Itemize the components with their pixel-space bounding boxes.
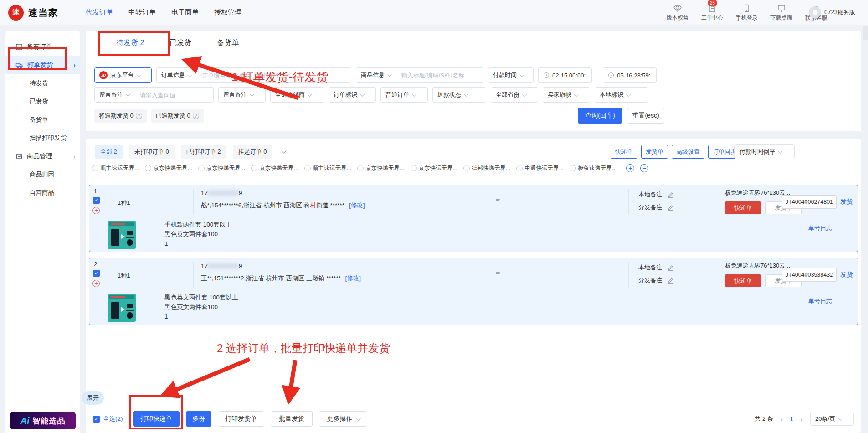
batch-ship-button[interactable]: 批量发货 [271,411,313,427]
remark-select[interactable]: 留言备注 [95,88,133,102]
flag-icon[interactable] [495,271,501,279]
local-flag-select[interactable]: 本地标识 [595,87,648,103]
courier-radio[interactable]: 京东快递无界... [357,165,404,172]
nav-item-auth-management[interactable]: 授权管理 [214,8,241,17]
help-icon[interactable]: ? [193,113,199,119]
version-benefits-button[interactable]: 版本权益 [667,4,688,22]
sidebar-item-self-operated[interactable]: 自营商品 [5,184,80,202]
ship-sheet-button[interactable]: 发货单 [641,145,668,159]
ship-link[interactable]: 发货 [840,271,853,279]
expand-toggle[interactable]: 展开 [82,391,104,405]
chevron-down-icon [574,92,579,97]
courier-radio[interactable]: 顺丰速运无界... [304,165,351,172]
reset-button[interactable]: 重置(esc) [627,108,664,124]
edit-pencil-icon[interactable] [668,265,673,271]
nav-item-transfer-orders[interactable]: 中转订单 [128,8,156,17]
courier-radio[interactable]: 德邦快递无界... [463,165,510,172]
courier-radio[interactable]: 中通快运无界... [516,165,563,172]
courier-radio[interactable]: 京东快递无界... [198,165,245,172]
multi-copy-button[interactable]: 多份 [186,411,211,427]
tracking-log-link[interactable]: 单号日志 [808,297,832,305]
sidebar-item-shipped[interactable]: 已发货 [5,93,80,111]
province-select[interactable]: 全部省份 [491,87,538,103]
express-sheet-status-button[interactable]: 快递单 [725,201,761,214]
product-info-input[interactable] [397,68,483,82]
download-desktop-button[interactable]: 下载桌面 [770,4,792,22]
remove-template-icon[interactable]: − [640,164,648,172]
nav-item-consign-orders[interactable]: 代发订单 [86,8,113,17]
tab-stock-list[interactable]: 备货单 [217,31,239,55]
courier-radio[interactable]: 京东快递无界... [145,165,192,172]
help-icon[interactable]: ? [136,113,142,119]
chip-held[interactable]: 挂起订单 0 [233,145,272,159]
order-info-select[interactable]: 订单信息 [157,68,195,82]
courier-radio[interactable]: 京东快运无界... [411,165,457,172]
sort-select[interactable]: 付款时间倒序 [734,144,795,159]
courier-radio[interactable]: 顺丰速运无界... [92,165,139,172]
add-template-icon[interactable]: + [626,164,634,172]
distributor-select[interactable]: 全部分销商 [270,87,324,103]
next-page-icon[interactable]: › [801,415,803,423]
edit-pencil-icon[interactable] [668,205,673,211]
ticket-center-button[interactable]: 25 工单中心 [701,4,723,22]
chevron-down-icon [188,72,192,77]
tab-shipped[interactable]: 已发货 [169,31,191,55]
courier-radio[interactable]: 京东快递无界... [251,165,298,172]
sidebar-item-scan-print-ship[interactable]: 扫描打印发货 [5,129,80,147]
ai-product-picker-logo[interactable]: Ai 智能选品 [10,412,76,429]
order-flag-select[interactable]: 订单标识 [329,87,376,103]
expand-plus-icon[interactable]: + [92,280,100,287]
remark-type-select[interactable]: 留言备注 [218,87,266,103]
chevron-down-icon[interactable] [282,148,287,153]
pay-time-select[interactable]: 付款时间 [488,67,534,83]
prev-page-icon[interactable]: ‹ [781,415,783,423]
time-to-input[interactable]: 05-16 23:59: [603,67,657,83]
modify-address-link[interactable]: [修改] [349,202,365,209]
monitor-icon [777,4,786,13]
tracking-number[interactable]: JT4004006274801 [782,195,837,209]
annotation-box-tab [98,31,170,56]
sidebar-item-product-management[interactable]: 商品管理 › [5,147,80,165]
modify-address-link[interactable]: [修改] [345,275,361,282]
filter-row-2: 留言备注 留言备注 全部分销商 订单标识 普通订单 退款状态 全部省份 卖家旗帜… [94,87,648,103]
more-actions-button[interactable]: 更多操作 [319,411,367,427]
sidebar-item-stock-list[interactable]: 备货单 [5,111,80,129]
order-checkbox[interactable]: ✓ [93,270,100,277]
page-size-select[interactable]: 20条/页 [810,412,854,426]
edit-pencil-icon[interactable] [668,192,673,198]
seller-flag-select[interactable]: 卖家旗帜 [543,87,590,103]
phone-login-button[interactable]: 手机登录 [736,4,758,22]
radio-icon [357,165,364,171]
flag-icon[interactable] [495,198,501,206]
time-from-input[interactable]: 02-15 00:00: [538,67,592,83]
express-sheet-status-button[interactable]: 快递单 [725,274,761,287]
sidebar-item-pending-ship[interactable]: 待发货 [5,74,80,93]
account-menu[interactable]: 0723服务版 [809,6,855,18]
remark-input[interactable] [135,88,213,102]
refund-status-select[interactable]: 退款状态 [432,87,486,103]
select-all-checkbox[interactable]: ✓ [93,416,100,423]
tracking-number[interactable]: JT4004003538432 [782,268,837,282]
chip-unprinted[interactable]: 未打印订单 0 [129,145,175,159]
tracking-log-link[interactable]: 单号日志 [808,224,832,232]
ship-link[interactable]: 发货 [840,198,853,206]
express-sheet-button[interactable]: 快递单 [611,145,637,159]
order-type-select[interactable]: 普通订单 [380,87,428,103]
chip-all[interactable]: 全部 2 [95,145,123,159]
platform-select[interactable]: JD 京东平台 [94,67,152,83]
product-info-select[interactable]: 商品信息 [356,68,394,82]
order-checkbox[interactable]: ✓ [93,197,100,204]
nav-item-e-waybill[interactable]: 电子面单 [171,8,199,17]
courier-radio[interactable]: 极兔速递无界... [570,165,616,172]
chevron-down-icon [522,92,527,97]
chevron-down-icon [464,92,468,97]
current-page[interactable]: 1 [790,416,793,423]
advanced-settings-button[interactable]: 高级设置 [672,145,704,159]
sidebar-item-product-attribution[interactable]: 商品归因 [5,165,80,184]
edit-pencil-icon[interactable] [668,278,673,284]
expand-plus-icon[interactable]: + [92,207,100,214]
chip-printed[interactable]: 已打印订单 2 [181,145,226,159]
search-button[interactable]: 查询(回车) [578,108,622,124]
floating-widget[interactable] [863,26,868,40]
print-invoice-button[interactable]: 打印发货单 [218,411,264,427]
